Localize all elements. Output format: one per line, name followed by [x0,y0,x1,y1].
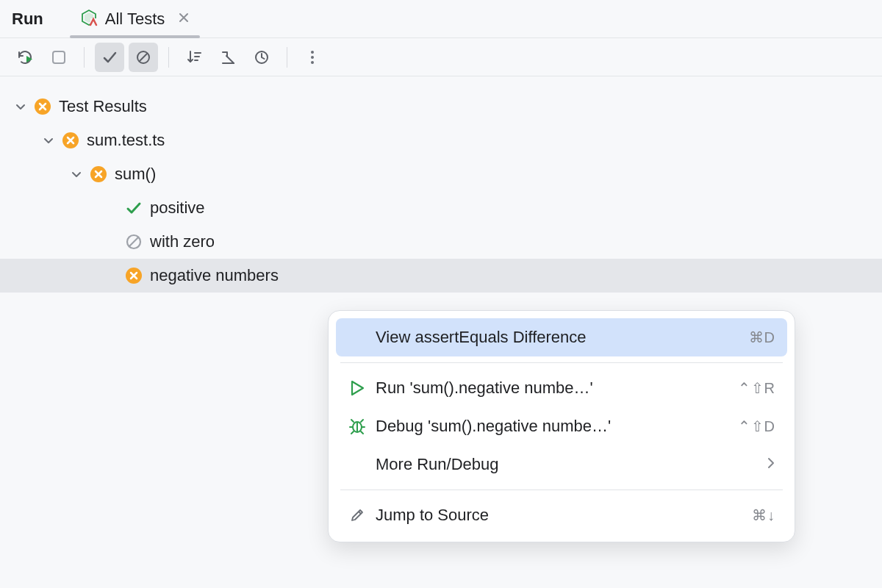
stop-button[interactable] [44,43,74,72]
chevron-down-icon [43,135,54,146]
svg-line-24 [359,512,361,514]
svg-line-6 [140,53,148,61]
tree-test-pass[interactable]: positive [0,191,882,225]
nodejs-icon [80,9,98,29]
tree-suite-label: sum() [115,165,156,184]
menu-view-diff[interactable]: View assertEquals Difference ⌘D [336,318,787,356]
tab-run[interactable]: Run [10,0,52,37]
tree-test-fail-label: negative numbers [150,266,279,285]
chevron-down-icon [15,101,26,112]
tree-file-label: sum.test.ts [87,131,165,150]
tab-all-tests-label: All Tests [105,10,165,29]
svg-point-12 [311,51,314,54]
rerun-button[interactable] [10,43,40,72]
tree-test-skip[interactable]: with zero [0,225,882,259]
tree-test-pass-label: positive [150,198,205,218]
fail-icon [125,267,143,284]
menu-jump-label: Jump to Source [376,506,743,525]
history-button[interactable] [247,43,276,72]
menu-separator [340,362,783,363]
fail-icon [62,132,79,149]
tree-test-fail[interactable]: negative numbers [0,259,882,293]
svg-marker-21 [352,381,363,395]
chevron-right-icon [767,455,775,474]
show-ignored-button[interactable] [129,43,158,72]
menu-jump-shortcut: ⌘↓ [752,506,775,524]
menu-run[interactable]: Run 'sum().negative numbe…' ⌃⇧R [336,369,787,407]
svg-point-13 [311,56,314,59]
tab-all-tests[interactable]: All Tests [70,0,201,37]
skip-icon [125,233,143,251]
menu-view-diff-label: View assertEquals Difference [376,328,740,347]
show-passed-button[interactable] [95,43,124,72]
fail-icon [90,165,107,183]
play-icon [348,380,367,396]
sort-button[interactable] [179,43,209,72]
tree-root[interactable]: Test Results [0,90,882,123]
tree-file[interactable]: sum.test.ts [0,123,882,157]
tabbar: Run All Tests [0,0,882,38]
menu-debug-shortcut: ⌃⇧D [738,417,775,435]
separator [168,47,169,68]
tree-suite[interactable]: sum() [0,157,882,191]
tab-run-label: Run [12,10,43,29]
tree-root-label: Test Results [59,97,147,116]
toolbar [0,38,882,76]
context-menu: View assertEquals Difference ⌘D Run 'sum… [328,310,795,542]
menu-view-diff-shortcut: ⌘D [749,329,775,346]
collapse-button[interactable] [213,43,243,72]
menu-more-run-debug[interactable]: More Run/Debug [336,445,787,484]
separator [287,47,287,68]
bug-icon [348,417,367,435]
menu-more-label: More Run/Debug [376,455,758,474]
menu-run-shortcut: ⌃⇧R [738,379,775,397]
svg-point-14 [311,61,314,64]
svg-line-19 [129,237,138,246]
menu-jump-to-source[interactable]: Jump to Source ⌘↓ [336,496,787,534]
pass-icon [125,199,143,217]
pencil-icon [348,507,367,523]
tree-test-skip-label: with zero [150,232,215,251]
chevron-down-icon [71,168,82,180]
menu-debug-label: Debug 'sum().negative numbe…' [376,417,729,436]
more-button[interactable] [298,43,327,72]
menu-debug[interactable]: Debug 'sum().negative numbe…' ⌃⇧D [336,407,787,445]
menu-separator [340,490,783,490]
menu-run-label: Run 'sum().negative numbe…' [376,379,729,398]
svg-rect-4 [53,51,65,63]
close-icon[interactable] [178,10,190,27]
fail-icon [34,98,51,115]
separator [84,47,85,68]
test-tree: Test Results sum.test.ts sum() pos [0,76,882,306]
